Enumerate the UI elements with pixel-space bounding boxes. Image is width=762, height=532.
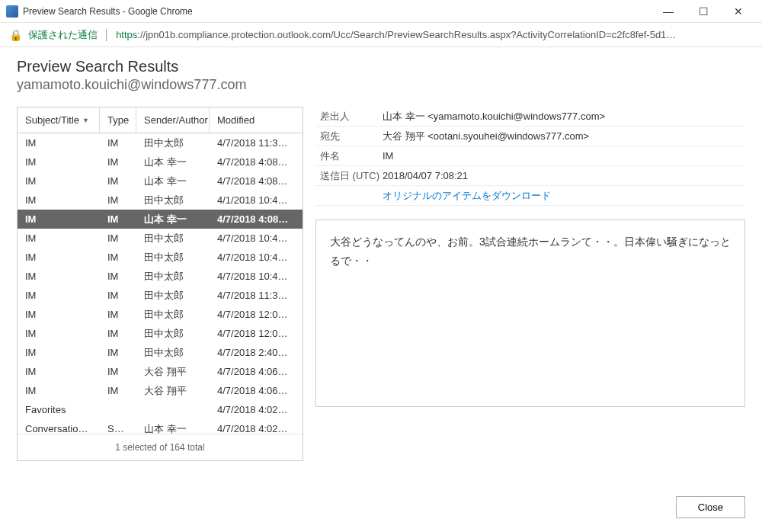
meta-download-row: オリジナルのアイテムをダウンロード xyxy=(315,186,745,206)
table-row[interactable]: IMIM田中太郎4/7/2018 12:0… xyxy=(18,324,303,343)
cell-sender: 田中太郎 xyxy=(136,270,210,284)
download-link[interactable]: オリジナルのアイテムをダウンロード xyxy=(383,190,551,201)
page-title: Preview Search Results xyxy=(17,58,745,75)
cell-modified: 4/7/2018 12:0… xyxy=(210,309,303,320)
cell-sender: 山本 幸一 xyxy=(136,175,210,188)
cell-subject: IM xyxy=(18,385,100,396)
cell-modified: 4/7/2018 4:06… xyxy=(210,385,303,396)
lock-icon: 🔒 xyxy=(9,29,22,41)
url-display[interactable]: https://jpn01b.compliance.protection.out… xyxy=(116,29,753,40)
secure-label: 保護された通信 xyxy=(28,28,98,42)
meta-subject-row: 件名 IM xyxy=(315,146,745,166)
url-separator: │ xyxy=(104,29,110,40)
cell-type: IM xyxy=(100,347,136,358)
page-subtitle: yamamoto.kouichi@windows777.com xyxy=(17,77,745,93)
column-subject[interactable]: Subject/Title ▼ xyxy=(18,107,100,133)
cell-type: IM xyxy=(100,385,136,396)
close-button[interactable]: Close xyxy=(676,496,745,518)
cell-modified: 4/7/2018 4:08… xyxy=(210,213,303,225)
table-row[interactable]: IMIM田中太郎4/7/2018 10:4… xyxy=(18,267,303,286)
message-body: 大谷どうなってんのや、お前。3試合連続ホームランて・・。日本偉い騒ぎになっとるで… xyxy=(315,220,745,407)
table-row[interactable]: Favorites4/7/2018 4:02… xyxy=(18,400,303,419)
meta-to-value: 大谷 翔平 <ootani.syouhei@windows777.com> xyxy=(383,130,745,143)
cell-subject: IM xyxy=(18,309,100,320)
cell-sender: 田中太郎 xyxy=(136,136,210,150)
favicon-icon xyxy=(6,5,18,18)
window-title: Preview Search Results - Google Chrome xyxy=(23,6,651,17)
cell-sender: 山本 幸一 xyxy=(136,422,210,434)
meta-from-label: 差出人 xyxy=(315,110,383,123)
cell-type: Sky… xyxy=(100,423,136,434)
cell-sender: 田中太郎 xyxy=(136,308,210,322)
table-row[interactable]: IMIM大谷 翔平4/7/2018 4:06… xyxy=(18,381,303,400)
cell-modified: 4/7/2018 4:02… xyxy=(210,404,303,415)
cell-modified: 4/7/2018 12:0… xyxy=(210,328,303,339)
table-row[interactable]: IMIM田中太郎4/1/2018 10:4… xyxy=(18,191,303,210)
cell-sender: 大谷 翔平 xyxy=(136,365,210,379)
cell-modified: 4/7/2018 4:08… xyxy=(210,156,303,168)
cell-modified: 4/7/2018 4:02… xyxy=(210,423,303,434)
meta-from-value: 山本 幸一 <yamamoto.kouichi@windows777.com> xyxy=(383,110,745,123)
cell-sender: 田中太郎 xyxy=(136,346,210,360)
cell-subject: IM xyxy=(18,156,100,168)
column-sender[interactable]: Sender/Author xyxy=(136,107,210,133)
sort-arrow-icon: ▼ xyxy=(82,117,89,124)
detail-panel: 差出人 山本 幸一 <yamamoto.kouichi@windows777.c… xyxy=(315,107,745,461)
cell-modified: 4/7/2018 4:08… xyxy=(210,175,303,187)
meta-to-label: 宛先 xyxy=(315,130,383,143)
table-row[interactable]: IMIM山本 幸一4/7/2018 4:08… xyxy=(18,171,303,191)
cell-modified: 4/7/2018 10:4… xyxy=(210,252,303,263)
minimize-button[interactable]: — xyxy=(651,0,686,23)
meta-sent-label: 送信日 (UTC) xyxy=(315,169,383,183)
cell-sender: 山本 幸一 xyxy=(136,155,210,169)
meta-from-row: 差出人 山本 幸一 <yamamoto.kouichi@windows777.c… xyxy=(315,107,745,127)
cell-subject: Conversation … xyxy=(18,423,100,434)
cell-type: IM xyxy=(100,309,136,320)
column-modified[interactable]: Modified xyxy=(210,107,303,133)
cell-modified: 4/7/2018 2:40… xyxy=(210,347,303,358)
table-row[interactable]: IMIM田中太郎4/7/2018 12:0… xyxy=(18,305,303,324)
cell-sender: 田中太郎 xyxy=(136,289,210,303)
meta-to-row: 宛先 大谷 翔平 <ootani.syouhei@windows777.com> xyxy=(315,127,745,146)
table-row[interactable]: Conversation …Sky…山本 幸一4/7/2018 4:02… xyxy=(18,419,303,434)
results-panel: Subject/Title ▼ Type Sender/Author Modif… xyxy=(17,107,303,461)
cell-modified: 4/7/2018 10:4… xyxy=(210,271,303,282)
cell-type: IM xyxy=(100,175,136,187)
cell-subject: Favorites xyxy=(18,404,100,415)
cell-sender: 田中太郎 xyxy=(136,194,210,207)
cell-type: IM xyxy=(100,194,136,206)
cell-subject: IM xyxy=(18,252,100,263)
table-body: IMIM田中太郎4/7/2018 11:3…IMIM山本 幸一4/7/2018 … xyxy=(18,133,303,434)
cell-subject: IM xyxy=(18,213,100,225)
table-row[interactable]: IMIM田中太郎4/7/2018 10:4… xyxy=(18,248,303,267)
cell-sender: 田中太郎 xyxy=(136,327,210,341)
meta-sent-row: 送信日 (UTC) 2018/04/07 7:08:21 xyxy=(315,166,745,186)
cell-subject: IM xyxy=(18,271,100,282)
cell-type: IM xyxy=(100,232,136,244)
cell-sender: 山本 幸一 xyxy=(136,213,210,226)
table-row[interactable]: IMIM山本 幸一4/7/2018 4:08… xyxy=(18,210,303,229)
meta-subject-value: IM xyxy=(383,150,745,162)
table-row[interactable]: IMIM田中太郎4/7/2018 10:4… xyxy=(18,229,303,248)
window-close-button[interactable]: ✕ xyxy=(721,0,756,23)
cell-type: IM xyxy=(100,366,136,377)
cell-type: IM xyxy=(100,252,136,263)
cell-sender: 田中太郎 xyxy=(136,232,210,245)
table-row[interactable]: IMIM大谷 翔平4/7/2018 4:06… xyxy=(18,362,303,381)
cell-subject: IM xyxy=(18,137,100,149)
cell-subject: IM xyxy=(18,366,100,377)
table-row[interactable]: IMIM田中太郎4/7/2018 11:3… xyxy=(18,133,303,152)
column-type[interactable]: Type xyxy=(100,107,136,133)
table-row[interactable]: IMIM田中太郎4/7/2018 11:3… xyxy=(18,286,303,305)
cell-subject: IM xyxy=(18,328,100,339)
maximize-button[interactable]: ☐ xyxy=(686,0,721,23)
cell-sender: 大谷 翔平 xyxy=(136,384,210,398)
cell-type: IM xyxy=(100,137,136,149)
cell-subject: IM xyxy=(18,347,100,358)
cell-type: IM xyxy=(100,271,136,282)
cell-subject: IM xyxy=(18,194,100,206)
address-bar: 🔒 保護された通信 │ https://jpn01b.compliance.pr… xyxy=(0,23,762,47)
table-row[interactable]: IMIM山本 幸一4/7/2018 4:08… xyxy=(18,152,303,171)
table-row[interactable]: IMIM田中太郎4/7/2018 2:40… xyxy=(18,343,303,362)
meta-sent-value: 2018/04/07 7:08:21 xyxy=(383,170,745,181)
